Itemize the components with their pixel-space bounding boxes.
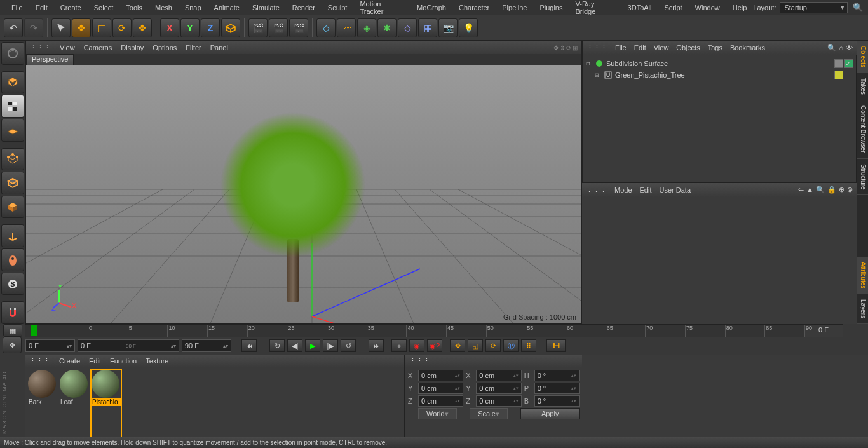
undo-button[interactable]: ↶ [4, 18, 23, 37]
lock-icon[interactable]: 🔒 [827, 186, 836, 194]
grip-icon[interactable]: ⋮⋮⋮ [409, 357, 430, 365]
key-rotation-button[interactable]: ⟳ [485, 339, 501, 352]
expand-icon[interactable]: ⊞ [595, 72, 601, 78]
obj-menu-tags[interactable]: Tags [708, 44, 722, 51]
move-tool[interactable]: ✥ [72, 18, 91, 37]
vp-menu-view[interactable]: View [60, 44, 75, 51]
vp-menu-cameras[interactable]: Cameras [84, 44, 112, 51]
apply-button[interactable]: Apply [520, 408, 580, 419]
points-mode-button[interactable] [1, 148, 24, 171]
add-field-button[interactable]: ✱ [377, 18, 397, 37]
position-y-field[interactable]: 0 cm▴▾ [418, 383, 463, 394]
obj-menu-bookmarks[interactable]: Bookmarks [730, 44, 765, 51]
menu-plugins[interactable]: Plugins [533, 1, 569, 14]
menu-3dtoall[interactable]: 3DToAll [621, 1, 658, 14]
grip-icon[interactable]: ⋮⋮⋮ [29, 357, 50, 365]
make-editable-button[interactable] [1, 42, 24, 65]
rotation-b-field[interactable]: 0 °▴▾ [534, 395, 580, 407]
layout-dropdown[interactable]: Startup [780, 2, 848, 13]
vp-menu-panel[interactable]: Panel [210, 44, 228, 51]
attr-menu-userdata[interactable]: User Data [660, 186, 691, 194]
cycle-button[interactable]: ↺ [341, 339, 356, 352]
record-button[interactable]: ● [391, 339, 407, 352]
mat-menu-function[interactable]: Function [110, 357, 137, 365]
render-settings-button[interactable]: 🎬 [289, 18, 308, 37]
eye-icon[interactable]: 👁 [846, 44, 853, 52]
z-axis-lock[interactable]: Z [201, 18, 220, 37]
prev-frame-button[interactable]: ◀| [287, 339, 302, 352]
close-icon[interactable]: ⊗ [847, 186, 853, 194]
attr-menu-mode[interactable]: Mode [614, 186, 632, 194]
home-icon[interactable]: ⌂ [839, 44, 843, 52]
tab-content[interactable]: Content Browser [857, 100, 868, 158]
menu-create[interactable]: Create [54, 1, 88, 14]
search-icon[interactable]: 🔍 [853, 3, 863, 12]
nav-back-icon[interactable]: ⇐ [798, 186, 804, 194]
nav-up-icon[interactable]: ▲ [806, 186, 813, 194]
playhead[interactable] [31, 325, 37, 336]
workplane-icon[interactable]: ▦ [3, 324, 22, 337]
add-light-button[interactable]: 💡 [459, 18, 478, 37]
material-bark[interactable]: Bark [28, 370, 57, 445]
render-view-button[interactable]: 🎬 [248, 18, 268, 37]
menu-render[interactable]: Render [286, 1, 322, 14]
sel-tag-icon[interactable] [834, 71, 843, 79]
menu-motion-tracker[interactable]: Motion Tracker [353, 0, 410, 18]
tab-objects[interactable]: Objects [857, 41, 868, 73]
obj-menu-file[interactable]: File [615, 44, 627, 51]
autokey-button[interactable]: ◉ [409, 339, 424, 352]
key-position-button[interactable]: ✥ [450, 339, 465, 352]
axis-button[interactable] [1, 224, 24, 247]
keyframe-sel-button[interactable]: ◉? [427, 339, 442, 352]
rotation-p-field[interactable]: 0 °▴▾ [534, 383, 580, 394]
menu-file[interactable]: File [5, 1, 29, 14]
material-pistachio[interactable]: Pistachio [92, 370, 121, 445]
vp-menu-options[interactable]: Options [153, 44, 177, 51]
menu-vray-bridge[interactable]: V-Ray Bridge [569, 0, 621, 18]
key-pla-button[interactable]: ⠿ [521, 339, 536, 352]
model-mode-button[interactable] [1, 71, 24, 94]
last-tool[interactable]: ✥ [133, 18, 152, 37]
position-z-field[interactable]: 0 cm▴▾ [418, 395, 463, 407]
coord-system[interactable] [221, 18, 240, 37]
x-axis-lock[interactable]: X [160, 18, 179, 37]
scale-tool[interactable]: ◱ [92, 18, 111, 37]
grip-icon[interactable]: ⋮⋮⋮ [587, 44, 607, 52]
vp-menu-filter[interactable]: Filter [186, 44, 201, 51]
material-leaf[interactable]: Leaf [60, 370, 89, 445]
obj-menu-objects[interactable]: Objects [676, 44, 700, 51]
menu-sculpt[interactable]: Sculpt [322, 1, 354, 14]
edges-mode-button[interactable] [1, 172, 24, 194]
size-x-field[interactable]: 0 cm▴▾ [476, 370, 521, 381]
viewport-solo-button[interactable] [1, 248, 24, 271]
menu-animate[interactable]: Animate [208, 1, 246, 14]
snap-button[interactable]: S [1, 273, 24, 295]
y-axis-lock[interactable]: Y [180, 18, 200, 37]
mat-menu-create[interactable]: Create [59, 357, 80, 365]
add-deformer-button[interactable]: ◇ [398, 18, 417, 37]
tree-row-tree[interactable]: ⊞ 0 Green_Pistachio_Tree [586, 69, 853, 81]
timeline-button[interactable]: 🎞 [546, 339, 566, 352]
vp-nav-icon[interactable]: ⊞ [573, 44, 578, 51]
vp-nav-icon[interactable]: ⇕ [560, 44, 565, 51]
key-param-button[interactable]: Ⓟ [503, 339, 519, 352]
start-frame-field[interactable]: 0 F▴▾ [25, 339, 75, 352]
menu-snap[interactable]: Snap [179, 1, 208, 14]
expand-icon[interactable]: ⊟ [586, 61, 592, 67]
loop-button[interactable]: ↻ [269, 339, 285, 352]
attr-menu-edit[interactable]: Edit [640, 186, 652, 194]
position-x-field[interactable]: 0 cm▴▾ [418, 370, 463, 381]
menu-mesh[interactable]: Mesh [149, 1, 179, 14]
search-icon[interactable]: 🔍 [827, 44, 836, 52]
key-scale-button[interactable]: ◱ [468, 339, 483, 352]
goto-start-button[interactable]: ⏮ [241, 339, 257, 352]
tab-structure[interactable]: Structure [857, 159, 868, 196]
texture-mode-button[interactable] [1, 95, 24, 118]
add-camera-button[interactable]: 📷 [438, 18, 458, 37]
tab-layers[interactable]: Layers [857, 294, 868, 324]
menu-help[interactable]: Help [726, 1, 754, 14]
menu-simulate[interactable]: Simulate [246, 1, 286, 14]
magnet-button[interactable] [1, 301, 24, 324]
grip-icon[interactable]: ⋮⋮⋮ [586, 186, 607, 194]
size-z-field[interactable]: 0 cm▴▾ [476, 395, 521, 407]
